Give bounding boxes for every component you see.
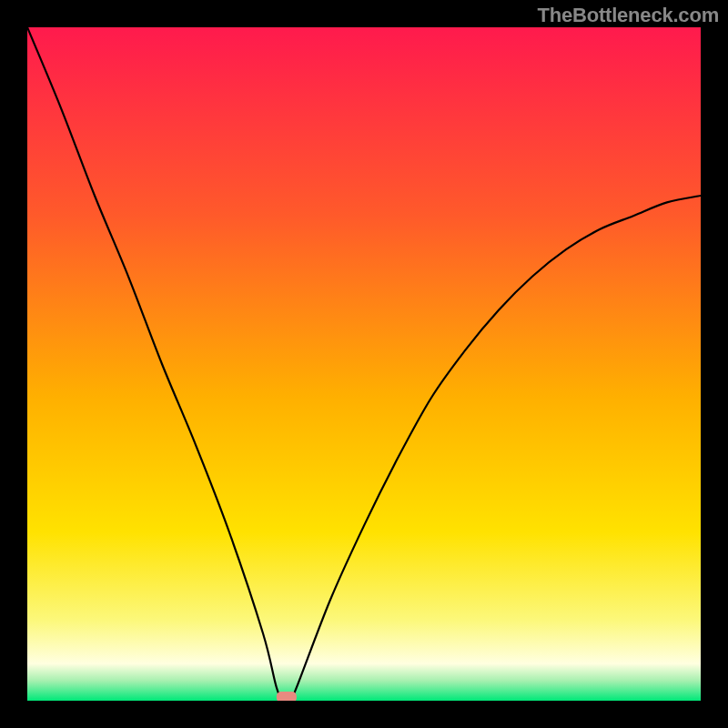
optimal-marker [277,692,297,701]
chart-frame: TheBottleneck.com [0,0,728,728]
plot-area [27,27,701,701]
chart-svg [27,27,701,701]
gradient-background [27,27,701,701]
watermark-text: TheBottleneck.com [537,4,719,27]
